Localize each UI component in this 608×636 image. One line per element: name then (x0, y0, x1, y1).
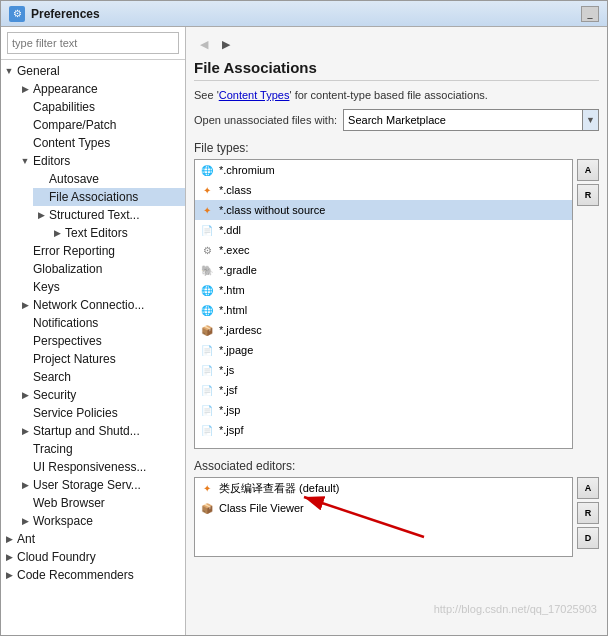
remove-assoc-editor-button[interactable]: R (577, 502, 599, 524)
sidebar-item-general[interactable]: ▼ General (1, 62, 185, 80)
open-row: Open unassociated files with: Search Mar… (194, 109, 599, 131)
forward-button[interactable]: ▶ (216, 35, 236, 53)
sidebar-item-network[interactable]: ▶ Network Connectio... (17, 296, 185, 314)
assoc-label-class-viewer: Class File Viewer (219, 502, 304, 514)
sidebar-item-appearance[interactable]: ▶ Appearance (17, 80, 185, 98)
list-item[interactable]: 🌐 *.chromium (195, 160, 572, 180)
assoc-editors-list[interactable]: ✦ 类反编译查看器 (default) 📦 Class File Viewer (194, 477, 573, 557)
list-item[interactable]: 📄 *.jsp (195, 400, 572, 420)
sidebar-item-search[interactable]: Search (17, 368, 185, 386)
sidebar-item-notifications[interactable]: Notifications (17, 314, 185, 332)
sidebar-item-content-types[interactable]: Content Types (17, 134, 185, 152)
add-file-type-button[interactable]: A (577, 159, 599, 181)
sidebar-item-perspectives[interactable]: Perspectives (17, 332, 185, 350)
sidebar-item-security[interactable]: ▶ Security (17, 386, 185, 404)
expand-icon-compare (17, 116, 33, 134)
sidebar-item-compare-patch[interactable]: Compare/Patch (17, 116, 185, 134)
sidebar-item-service-policies[interactable]: Service Policies (17, 404, 185, 422)
sidebar-item-workspace[interactable]: ▶ Workspace (17, 512, 185, 530)
watermark: http://blog.csdn.net/qq_17025903 (434, 603, 597, 615)
file-icon-ddl: 📄 (199, 222, 215, 238)
content-types-link[interactable]: Content Types (219, 89, 290, 101)
file-types-list[interactable]: 🌐 *.chromium ✦ *.class ✦ *.class without… (194, 159, 573, 449)
file-icon-gradle: 🐘 (199, 262, 215, 278)
expand-icon-startup: ▶ (17, 422, 33, 440)
file-label-html: *.html (219, 304, 247, 316)
title-bar-left: ⚙ Preferences (9, 6, 100, 22)
list-item[interactable]: 📦 *.jardesc (195, 320, 572, 340)
back-button[interactable]: ◀ (194, 35, 214, 53)
tree-area[interactable]: ▼ General ▶ Appearance Capabilities Comp… (1, 60, 185, 635)
panel-title: File Associations (194, 59, 599, 81)
file-label-jspf: *.jspf (219, 424, 243, 436)
sidebar-item-label-structured: Structured Text... (49, 208, 140, 222)
list-item[interactable]: ✦ 类反编译查看器 (default) (195, 478, 572, 498)
sidebar-item-label-tracing: Tracing (33, 442, 73, 456)
expand-icon-ant: ▶ (1, 530, 17, 548)
sidebar-item-label-error: Error Reporting (33, 244, 115, 258)
list-item[interactable]: ✦ *.class (195, 180, 572, 200)
search-input[interactable] (7, 32, 179, 54)
sidebar-item-file-associations[interactable]: File Associations (33, 188, 185, 206)
sidebar-item-label-appearance: Appearance (33, 82, 98, 96)
expand-icon-text-editors: ▶ (49, 224, 65, 242)
expand-icon-user-storage: ▶ (17, 476, 33, 494)
expand-icon-security: ▶ (17, 386, 33, 404)
sidebar-item-label-file-assoc: File Associations (49, 190, 138, 204)
assoc-editors-label: Associated editors: (194, 459, 599, 473)
down-assoc-editor-button[interactable]: D (577, 527, 599, 549)
sidebar-item-user-storage[interactable]: ▶ User Storage Serv... (17, 476, 185, 494)
list-item[interactable]: 📦 Class File Viewer (195, 498, 572, 518)
file-label-exec: *.exec (219, 244, 250, 256)
list-item[interactable]: 🌐 *.html (195, 300, 572, 320)
assoc-editors-container: ✦ 类反编译查看器 (default) 📦 Class File Viewer … (194, 477, 599, 557)
expand-icon-editors: ▼ (17, 152, 33, 170)
sidebar-item-label-content-types: Content Types (33, 136, 110, 150)
list-item[interactable]: 📄 *.js (195, 360, 572, 380)
file-types-btn-group: A R (577, 159, 599, 449)
sidebar-item-tracing[interactable]: Tracing (17, 440, 185, 458)
add-assoc-editor-button[interactable]: A (577, 477, 599, 499)
expand-icon-structured: ▶ (33, 206, 49, 224)
sidebar-item-keys[interactable]: Keys (17, 278, 185, 296)
expand-icon-workspace: ▶ (17, 512, 33, 530)
file-types-label: File types: (194, 141, 599, 155)
remove-file-type-button[interactable]: R (577, 184, 599, 206)
sidebar-item-project-natures[interactable]: Project Natures (17, 350, 185, 368)
sidebar-item-web-browser[interactable]: Web Browser (17, 494, 185, 512)
list-item[interactable]: 📄 *.jpage (195, 340, 572, 360)
sidebar-item-code-recommenders[interactable]: ▶ Code Recommenders (1, 566, 185, 584)
sidebar-item-ui-responsiveness[interactable]: UI Responsiveness... (17, 458, 185, 476)
file-label-jardesc: *.jardesc (219, 324, 262, 336)
file-icon-jsf: 📄 (199, 382, 215, 398)
list-item[interactable]: ✦ *.class without source (195, 200, 572, 220)
sidebar-item-text-editors[interactable]: ▶ Text Editors (49, 224, 185, 242)
file-icon-jardesc: 📦 (199, 322, 215, 338)
dropdown-open-with[interactable]: Search Marketplace ▼ (343, 109, 599, 131)
sidebar-item-capabilities[interactable]: Capabilities (17, 98, 185, 116)
expand-icon-cloud-foundry: ▶ (1, 548, 17, 566)
list-item[interactable]: 📄 *.jsf (195, 380, 572, 400)
sidebar-item-error-reporting[interactable]: Error Reporting (17, 242, 185, 260)
sidebar-item-ant[interactable]: ▶ Ant (1, 530, 185, 548)
right-panel: ◀ ▶ File Associations See 'Content Types… (186, 27, 607, 635)
list-item[interactable]: 🐘 *.gradle (195, 260, 572, 280)
sidebar-item-cloud-foundry[interactable]: ▶ Cloud Foundry (1, 548, 185, 566)
expand-icon-search (17, 368, 33, 386)
assoc-editors-btn-group: A R D (577, 477, 599, 557)
minimize-button[interactable]: _ (581, 6, 599, 22)
file-icon-jpage: 📄 (199, 342, 215, 358)
sidebar-item-label-editors: Editors (33, 154, 70, 168)
list-item[interactable]: 🌐 *.htm (195, 280, 572, 300)
sidebar-item-startup[interactable]: ▶ Startup and Shutd... (17, 422, 185, 440)
list-item[interactable]: ⚙ *.exec (195, 240, 572, 260)
sidebar-item-autosave[interactable]: Autosave (33, 170, 185, 188)
sidebar-item-structured-text[interactable]: ▶ Structured Text... (33, 206, 185, 224)
search-box (1, 27, 185, 60)
list-item[interactable]: 📄 *.jspf (195, 420, 572, 440)
sidebar-item-label-notifications: Notifications (33, 316, 98, 330)
sidebar-item-globalization[interactable]: Globalization (17, 260, 185, 278)
sidebar-item-editors[interactable]: ▼ Editors (17, 152, 185, 170)
assoc-icon-decompiler: ✦ (199, 480, 215, 496)
list-item[interactable]: 📄 *.ddl (195, 220, 572, 240)
